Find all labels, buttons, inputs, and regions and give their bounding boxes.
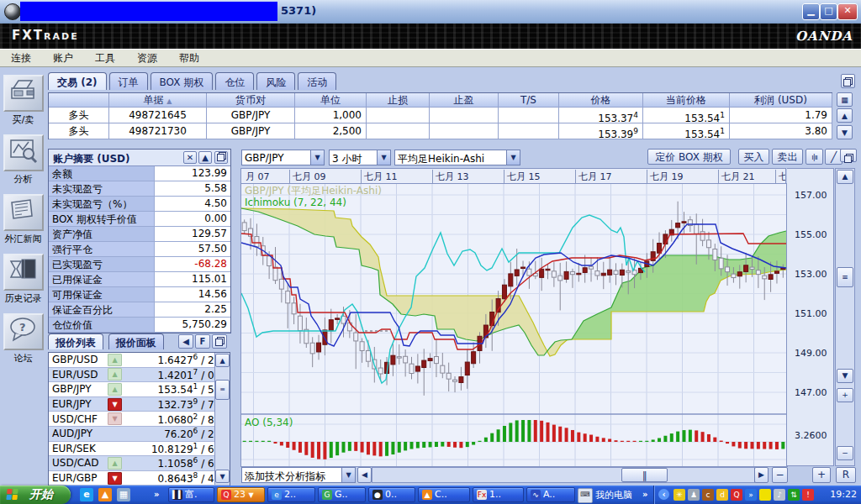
column-header[interactable]: [49, 93, 109, 108]
column-header[interactable]: 利润 (USD): [730, 93, 832, 108]
minimize-button[interactable]: ▁: [802, 3, 820, 20]
trades-tab-1[interactable]: 订单: [109, 72, 148, 90]
tray-burst-icon[interactable]: ✳: [673, 489, 685, 501]
zoom-in-x-button[interactable]: +: [812, 467, 831, 483]
price-box-option-button[interactable]: 定价 BOX 期权: [647, 149, 731, 165]
close-button[interactable]: ✕: [837, 3, 858, 20]
trades-tab-4[interactable]: 风险: [256, 72, 295, 90]
quote-row[interactable]: GBP/JPY ▲ 153.541 / 591: [49, 382, 230, 397]
tray-coffee-icon[interactable]: c: [702, 489, 714, 501]
detach-panel-button[interactable]: [841, 74, 855, 88]
chevron-down-icon[interactable]: ▼: [377, 150, 390, 165]
tray-robot-icon[interactable]: ♟: [688, 489, 700, 501]
task-button-2[interactable]: e2..: [267, 487, 315, 502]
forum-icon[interactable]: ?: [3, 313, 44, 350]
tray-duck-icon[interactable]: d: [716, 489, 728, 501]
task-button-0[interactable]: ▍▍富.: [168, 487, 214, 502]
quote-row[interactable]: USD/CHF ▼ 1.06802 / 820: [49, 412, 230, 427]
sidebar-item-3[interactable]: 历史记录: [0, 254, 46, 305]
trades-tab-5[interactable]: 活动: [298, 72, 336, 90]
app-sphere-icon[interactable]: [4, 3, 21, 20]
start-button[interactable]: 开始: [0, 486, 71, 504]
tray-qq-icon[interactable]: Q: [731, 489, 742, 501]
tray-updown-icon[interactable]: ⇅: [788, 489, 800, 501]
quotes-scrollbar[interactable]: ▲ ≡ ▼: [214, 353, 230, 485]
zoom-out-button[interactable]: −: [837, 446, 853, 460]
scroll-left-button[interactable]: ◀: [357, 467, 372, 483]
trade-row[interactable]: 多头498721730GBP/JPY2,500153.399153.5413.8…: [49, 123, 832, 139]
trade-row[interactable]: 多头498721645GBP/JPY1,000153.374153.5411.7…: [49, 108, 832, 123]
quote-row[interactable]: AUD/JPY 76.206 / 235: [49, 427, 230, 442]
task-button-4[interactable]: ●0..: [368, 487, 415, 502]
zoom-out-x-button[interactable]: −: [772, 467, 788, 483]
maximize-button[interactable]: □: [820, 3, 837, 20]
menu-item-2[interactable]: 工具: [84, 49, 126, 66]
detach-panel-button[interactable]: [212, 334, 227, 349]
column-header[interactable]: 单位: [295, 93, 367, 108]
column-header[interactable]: 当前价格: [643, 93, 730, 108]
chart-type-select[interactable]: 平均足Heikin-Ashi▼: [394, 150, 520, 165]
trades-tab-3[interactable]: 仓位: [215, 72, 254, 90]
price-chart[interactable]: GBP/JPY (平均足Heikin-Ashi)Ichimoku (7, 22,…: [240, 183, 788, 467]
column-header[interactable]: 止损: [367, 93, 430, 108]
keyboard-language-icon[interactable]: ⌨: [578, 488, 593, 503]
buy-button[interactable]: 买入: [738, 149, 769, 165]
zoom-in-button[interactable]: +: [837, 388, 853, 402]
chevron-down-icon[interactable]: ▼: [341, 468, 355, 482]
chart-horizontal-scrollbar[interactable]: ∥: [372, 467, 755, 483]
ie-icon[interactable]: e: [80, 488, 93, 501]
quotes-filter-button[interactable]: F: [195, 334, 210, 349]
task-button-6[interactable]: Fx1..: [473, 487, 524, 502]
scroll-right-button[interactable]: ▶: [754, 467, 769, 483]
sidebar-item-1[interactable]: 分析: [0, 134, 46, 186]
trades-tab-0[interactable]: 交易 (2): [48, 72, 107, 90]
symbol-select[interactable]: GBP/JPY▼: [241, 150, 325, 165]
collapse-panel-button[interactable]: ▲: [198, 151, 212, 164]
chevron-down-icon[interactable]: ▼: [506, 150, 520, 165]
quote-row[interactable]: GBP/USD ▲ 1.64276 / 294: [49, 353, 230, 368]
scroll-down-button[interactable]: ▼: [215, 470, 230, 483]
task-button-1[interactable]: Q23 ▼: [217, 487, 265, 502]
scroll-up-button[interactable]: ▲: [837, 170, 853, 184]
scrollbar-thumb[interactable]: ≡: [215, 380, 230, 400]
menu-item-4[interactable]: 帮助: [168, 49, 210, 66]
quote-row[interactable]: EUR/JPY ▼ 132.739 / 763: [49, 397, 230, 412]
tray-yellow-icon[interactable]: [759, 489, 771, 501]
task-button-5[interactable]: ▲C..: [418, 487, 470, 502]
column-header[interactable]: T/S: [499, 93, 559, 108]
sidebar-item-0[interactable]: 买/卖: [0, 75, 46, 126]
quote-row[interactable]: USD/CAD ▲ 1.10586 / 630: [49, 456, 230, 471]
add-indicator-select[interactable]: 添加技术分析指标▼: [241, 467, 356, 483]
detach-panel-button[interactable]: [214, 151, 228, 164]
tray-messenger-icon[interactable]: »: [745, 489, 757, 501]
scroll-up-button[interactable]: ▲: [215, 354, 230, 367]
show-desktop-icon[interactable]: ▲: [98, 488, 112, 501]
sell-button[interactable]: 卖出: [772, 149, 803, 165]
scrollbar-thumb[interactable]: ≡: [837, 267, 853, 287]
quote-row[interactable]: EUR/SEK 10.81291 / 691: [49, 442, 230, 457]
quotes-back-button[interactable]: ◀: [178, 334, 193, 349]
desktop-item-label[interactable]: 我的电脑: [595, 489, 632, 501]
trades-tab-2[interactable]: BOX 期权: [151, 72, 214, 90]
sidebar-item-2[interactable]: 外汇新闻: [0, 194, 46, 245]
quote-row[interactable]: EUR/GBP ▼ 0.86438 / 456: [49, 471, 230, 486]
column-header[interactable]: 止盈: [430, 93, 499, 108]
hide-tray-icons-chevron[interactable]: ‹: [658, 489, 669, 500]
quote-row[interactable]: EUR/USD ▲ 1.42017 / 026: [49, 368, 230, 383]
buy-sell-icon[interactable]: [3, 75, 44, 112]
interval-select[interactable]: 3 小时▼: [329, 150, 391, 165]
window-titlebar[interactable]: 5371) ▁ □ ✕: [0, 0, 861, 24]
taskbar-overflow-chevron[interactable]: »: [642, 490, 647, 499]
scroll-down-button[interactable]: ▼: [837, 369, 853, 383]
history-icon[interactable]: [3, 254, 44, 291]
chevron-down-icon[interactable]: ▼: [310, 150, 324, 165]
reset-chart-button[interactable]: R: [836, 467, 856, 483]
column-header[interactable]: 单据 ▲: [109, 93, 207, 108]
analysis-icon[interactable]: [3, 134, 44, 171]
menu-item-0[interactable]: 连接: [0, 49, 42, 66]
tray-volume-icon[interactable]: ♪: [774, 489, 785, 501]
task-button-7[interactable]: ∿A..: [526, 487, 575, 502]
column-header[interactable]: 价格: [559, 93, 643, 108]
sidebar-item-4[interactable]: ? 论坛: [0, 313, 46, 365]
menu-item-3[interactable]: 资源: [126, 49, 168, 66]
